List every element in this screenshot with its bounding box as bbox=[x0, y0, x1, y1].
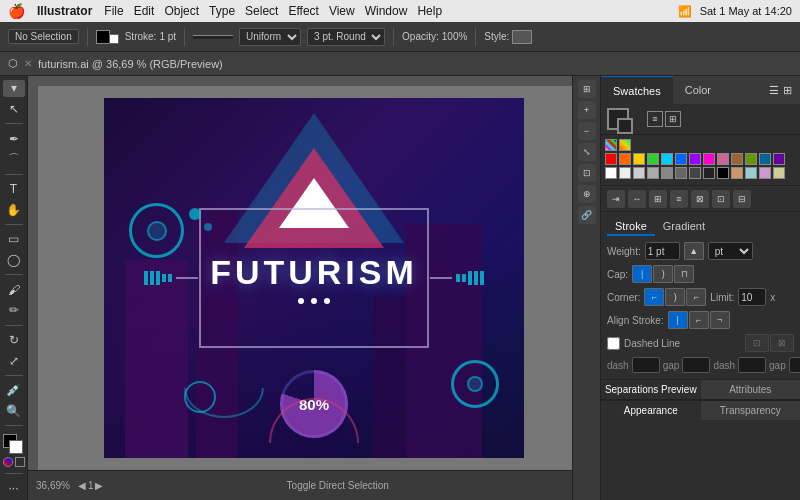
type-tool[interactable]: T bbox=[3, 181, 25, 198]
zoom-in-icon[interactable]: + bbox=[578, 101, 596, 119]
menu-effect[interactable]: Effect bbox=[288, 4, 318, 18]
apple-menu[interactable]: 🍎 bbox=[8, 3, 25, 19]
more-tools[interactable]: ··· bbox=[3, 479, 25, 496]
tab-swatches[interactable]: Swatches bbox=[601, 76, 673, 104]
prev-arrow[interactable]: ◀ bbox=[78, 480, 86, 491]
paintbrush-tool[interactable]: 🖌 bbox=[3, 281, 25, 298]
tab-color[interactable]: Color bbox=[673, 76, 723, 104]
none-swatch[interactable] bbox=[15, 457, 25, 467]
special-swatch-1[interactable] bbox=[605, 139, 617, 151]
tab-appearance[interactable]: Appearance bbox=[601, 401, 701, 420]
stroke-tool-4[interactable]: ≡ bbox=[670, 190, 688, 208]
stroke-tool-2[interactable]: ↔ bbox=[628, 190, 646, 208]
stroke-tool-1[interactable]: ⇥ bbox=[607, 190, 625, 208]
gradient-swatch[interactable] bbox=[3, 457, 13, 467]
menu-file[interactable]: File bbox=[104, 4, 123, 18]
align-outside[interactable]: ¬ bbox=[710, 311, 730, 329]
align-center[interactable]: | bbox=[668, 311, 688, 329]
gap-input-1[interactable] bbox=[682, 357, 710, 373]
swatch-lightblue[interactable] bbox=[745, 167, 757, 179]
menu-view[interactable]: View bbox=[329, 4, 355, 18]
touch-tool[interactable]: ✋ bbox=[3, 201, 25, 218]
dash-input-1[interactable] bbox=[632, 357, 660, 373]
tab-sep-preview[interactable]: Separations Preview bbox=[601, 380, 701, 400]
pen-tool[interactable]: ✒ bbox=[3, 130, 25, 147]
swatch-white[interactable] bbox=[605, 167, 617, 179]
rotate-tool[interactable]: ↻ bbox=[3, 331, 25, 348]
zoom-tool[interactable]: 🔍 bbox=[3, 402, 25, 419]
fill-stroke[interactable] bbox=[96, 30, 119, 44]
eyedropper-tool[interactable]: 💉 bbox=[3, 382, 25, 399]
cap-butt[interactable]: | bbox=[632, 265, 652, 283]
swatch-orange[interactable] bbox=[619, 153, 631, 165]
fill-swatch[interactable] bbox=[607, 108, 629, 130]
gap-input-2[interactable] bbox=[789, 357, 800, 373]
list-view-icon[interactable]: ≡ bbox=[647, 111, 663, 127]
align-inside[interactable]: ⌐ bbox=[689, 311, 709, 329]
swatch-gray3[interactable] bbox=[661, 167, 673, 179]
menu-object[interactable]: Object bbox=[164, 4, 199, 18]
swatch-light-gray[interactable] bbox=[619, 167, 631, 179]
menu-edit[interactable]: Edit bbox=[134, 4, 155, 18]
swatch-black[interactable] bbox=[717, 167, 729, 179]
stroke-tool-7[interactable]: ⊟ bbox=[733, 190, 751, 208]
swatch-cyan[interactable] bbox=[661, 153, 673, 165]
tab-stroke[interactable]: Stroke bbox=[607, 218, 655, 236]
cap-square[interactable]: ⊓ bbox=[674, 265, 694, 283]
canvas-area[interactable]: ⊞ + − ⤡ ⊡ ⊕ 🔗 bbox=[28, 76, 600, 500]
swatch-mauve[interactable] bbox=[717, 153, 729, 165]
swatch-olive[interactable] bbox=[745, 153, 757, 165]
swatch-violet[interactable] bbox=[773, 153, 785, 165]
stroke-tool-6[interactable]: ⊡ bbox=[712, 190, 730, 208]
corner-round[interactable]: ) bbox=[665, 288, 685, 306]
scale-tool[interactable]: ⤢ bbox=[3, 352, 25, 369]
swatch-brown[interactable] bbox=[731, 153, 743, 165]
swatch-purple[interactable] bbox=[689, 153, 701, 165]
swatch-blue[interactable] bbox=[675, 153, 687, 165]
stroke-tool-5[interactable]: ⊠ bbox=[691, 190, 709, 208]
menu-window[interactable]: Window bbox=[365, 4, 408, 18]
swatch-green[interactable] bbox=[647, 153, 659, 165]
panel-grid-icon[interactable]: ⊞ bbox=[783, 84, 792, 97]
swatch-gray5[interactable] bbox=[689, 167, 701, 179]
direct-select-tool[interactable]: ↖ bbox=[3, 101, 25, 118]
rect-tool[interactable]: ▭ bbox=[3, 231, 25, 248]
grid-view-icon[interactable]: ⊞ bbox=[665, 111, 681, 127]
corner-bevel[interactable]: ⌐ bbox=[686, 288, 706, 306]
select-tool[interactable]: ▾ bbox=[3, 80, 25, 97]
swatch-gray4[interactable] bbox=[675, 167, 687, 179]
menu-select[interactable]: Select bbox=[245, 4, 278, 18]
swatch-teal[interactable] bbox=[759, 153, 771, 165]
color-boxes[interactable] bbox=[3, 434, 25, 451]
swatch-lavender[interactable] bbox=[759, 167, 771, 179]
dashed-btn-1[interactable]: ⊡ bbox=[745, 334, 769, 352]
swatch-gray1[interactable] bbox=[633, 167, 645, 179]
navigator-icon[interactable]: ⊡ bbox=[578, 164, 596, 182]
swatch-tan[interactable] bbox=[731, 167, 743, 179]
swatch-red[interactable] bbox=[605, 153, 617, 165]
menu-help[interactable]: Help bbox=[417, 4, 442, 18]
special-swatch-2[interactable] bbox=[619, 139, 631, 151]
round-select[interactable]: 3 pt. Round bbox=[307, 28, 385, 46]
tab-attributes[interactable]: Attributes bbox=[701, 380, 801, 400]
swatch-dark[interactable] bbox=[703, 167, 715, 179]
uniform-select[interactable]: Uniform bbox=[239, 28, 301, 46]
zoom-out-icon[interactable]: − bbox=[578, 122, 596, 140]
ellipse-tool[interactable]: ◯ bbox=[3, 252, 25, 269]
menu-type[interactable]: Type bbox=[209, 4, 235, 18]
weight-unit[interactable]: pt bbox=[708, 242, 753, 260]
link-icon[interactable]: 🔗 bbox=[578, 206, 596, 224]
tab-gradient[interactable]: Gradient bbox=[655, 218, 713, 236]
next-arrow[interactable]: ▶ bbox=[95, 480, 103, 491]
layer-icon[interactable]: ⊕ bbox=[578, 185, 596, 203]
swatch-khaki[interactable] bbox=[773, 167, 785, 179]
cap-round[interactable]: ) bbox=[653, 265, 673, 283]
swatch-pink[interactable] bbox=[703, 153, 715, 165]
weight-input[interactable] bbox=[645, 242, 680, 260]
swatch-yellow[interactable] bbox=[633, 153, 645, 165]
arrange-icon[interactable]: ⊞ bbox=[578, 80, 596, 98]
panel-menu-icon[interactable]: ☰ bbox=[769, 84, 779, 97]
limit-input[interactable] bbox=[738, 288, 766, 306]
fit-icon[interactable]: ⤡ bbox=[578, 143, 596, 161]
doc-close-icon[interactable]: ✕ bbox=[24, 58, 32, 69]
